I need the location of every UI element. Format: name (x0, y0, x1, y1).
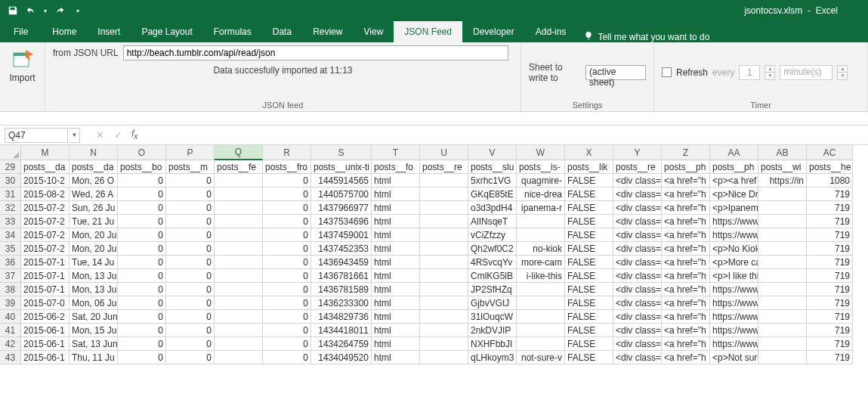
cell[interactable]: 2015-07-2 (21, 242, 70, 256)
redo-icon[interactable] (53, 4, 66, 17)
cell[interactable]: 1437534696 (311, 215, 372, 228)
cell[interactable]: https://www.tumblr. (710, 296, 758, 310)
column-header[interactable]: X (565, 145, 613, 160)
cell[interactable]: posts__bo (118, 160, 166, 174)
cell[interactable] (215, 174, 263, 188)
cell[interactable] (215, 269, 263, 283)
column-header[interactable]: Q (215, 145, 263, 160)
cell[interactable] (758, 351, 807, 364)
cell[interactable]: 1437459001 (311, 228, 372, 242)
chevron-down-icon[interactable]: ▼ (765, 73, 774, 79)
cell[interactable]: Sat, 20 Jun (70, 310, 118, 324)
cell[interactable]: 0 (166, 337, 215, 351)
cell[interactable]: https://www.tumblr. (710, 310, 758, 324)
cell[interactable]: posts__slu (468, 160, 517, 174)
cell[interactable]: <p>I like this one. Fr (710, 269, 758, 283)
sheet-select[interactable]: (active sheet) (585, 65, 646, 80)
cell[interactable]: 1434049520 (311, 351, 372, 364)
cell[interactable]: 2015-07-1 (21, 283, 70, 296)
cell[interactable]: 0 (166, 228, 215, 242)
cell[interactable]: <div class= (613, 296, 662, 310)
cell[interactable]: <p><a href (710, 174, 758, 188)
cell[interactable]: Mon, 06 Ju (70, 296, 118, 310)
cell[interactable]: html (372, 310, 420, 324)
cell[interactable]: <a href="h (662, 351, 710, 364)
cell[interactable]: FALSE (565, 228, 613, 242)
cell[interactable]: Wed, 26 A (70, 188, 118, 201)
cell[interactable]: html (372, 201, 420, 215)
cell[interactable]: FALSE (565, 324, 613, 337)
cell[interactable]: 0 (263, 324, 311, 337)
cell[interactable]: 1434829736 (311, 310, 372, 324)
cell[interactable]: posts__m (166, 160, 215, 174)
cell[interactable]: posts__re (420, 160, 468, 174)
row-header[interactable]: 37 (0, 269, 21, 283)
cell[interactable]: 0 (118, 283, 166, 296)
name-box[interactable]: Q47 (5, 128, 68, 143)
cell[interactable]: 0 (118, 188, 166, 201)
cell[interactable] (420, 242, 468, 256)
cell[interactable]: Mon, 15 Ju (70, 324, 118, 337)
column-header[interactable]: U (420, 145, 468, 160)
cell[interactable]: AlINsqeT (468, 215, 517, 228)
cell[interactable]: <p>More camels. I g (710, 256, 758, 269)
cell[interactable]: 0 (166, 188, 215, 201)
tab-home[interactable]: Home (42, 21, 87, 42)
chevron-up-icon[interactable]: ▲ (838, 66, 847, 73)
cell[interactable]: 4RSvcqYv (468, 256, 517, 269)
cell[interactable]: 1436781589 (311, 283, 372, 296)
cell[interactable]: GjbvVGtJ (468, 296, 517, 310)
cell[interactable]: 0 (263, 215, 311, 228)
cell[interactable]: https://www.tumblr. (710, 337, 758, 351)
cell[interactable] (758, 228, 807, 242)
cell[interactable]: FALSE (565, 201, 613, 215)
formula-input[interactable] (142, 128, 868, 143)
cell[interactable]: 719 (807, 283, 853, 296)
cell[interactable]: 0 (166, 256, 215, 269)
cell[interactable]: html (372, 256, 420, 269)
cell[interactable]: https://in (758, 174, 807, 188)
cell[interactable] (517, 283, 565, 296)
cell[interactable] (420, 188, 468, 201)
cell[interactable]: <div class= (613, 310, 662, 324)
cell[interactable]: posts__wi (758, 160, 807, 174)
cell[interactable] (517, 215, 565, 228)
cell[interactable] (215, 215, 263, 228)
select-all-corner[interactable] (0, 145, 21, 160)
cell[interactable]: <div class= (613, 351, 662, 364)
cell[interactable]: 2015-07-2 (21, 201, 70, 215)
cell[interactable]: not-sure-v (517, 351, 565, 364)
cell[interactable]: <a href="h (662, 201, 710, 215)
cell[interactable]: https://www.tumblr. (710, 215, 758, 228)
cell[interactable]: NXHFbbJI (468, 337, 517, 351)
cell[interactable]: posts__fro (263, 160, 311, 174)
cell[interactable]: 1436943459 (311, 256, 372, 269)
cell[interactable]: 0 (118, 201, 166, 215)
cell[interactable]: 0 (118, 269, 166, 283)
cell[interactable] (758, 337, 807, 351)
import-button[interactable]: Import (7, 45, 39, 85)
cell[interactable]: 1437966977 (311, 201, 372, 215)
cell[interactable]: 0 (166, 242, 215, 256)
column-header[interactable]: V (468, 145, 517, 160)
cell[interactable]: <p>Not sure what&# (710, 351, 758, 364)
cell[interactable]: 1436781661 (311, 269, 372, 283)
cell[interactable]: https://www.tumblr. (710, 283, 758, 296)
cell[interactable] (758, 256, 807, 269)
cell[interactable]: <p>No Kiok</p> (710, 242, 758, 256)
row-header[interactable]: 35 (0, 242, 21, 256)
cell[interactable]: html (372, 296, 420, 310)
cell[interactable]: i-like-this (517, 269, 565, 283)
row-header[interactable]: 38 (0, 283, 21, 296)
cell[interactable]: <p>Ipanema, Rio</p (710, 201, 758, 215)
cell[interactable] (215, 283, 263, 296)
cell[interactable]: 0 (118, 174, 166, 188)
cell[interactable]: 0 (263, 283, 311, 296)
name-box-dropdown[interactable]: ▼ (70, 128, 80, 143)
column-header[interactable]: Z (662, 145, 710, 160)
cancel-icon[interactable]: ✕ (91, 128, 109, 143)
row-header[interactable]: 32 (0, 201, 21, 215)
cell[interactable]: 0 (263, 351, 311, 364)
cell[interactable]: 0 (166, 269, 215, 283)
cell[interactable] (758, 242, 807, 256)
